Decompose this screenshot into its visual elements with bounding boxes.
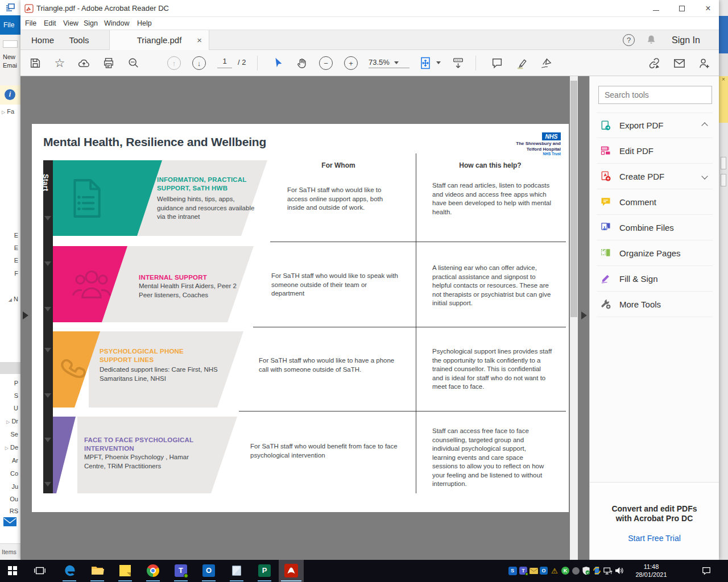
sign-in-button[interactable]: Sign In — [672, 30, 700, 50]
send-email-icon[interactable] — [672, 56, 686, 70]
tray-network-icon[interactable] — [603, 566, 613, 575]
print-icon[interactable] — [102, 56, 115, 70]
outlook-selected-folder[interactable] — [0, 362, 20, 374]
tray-security-shield-icon[interactable]: S — [508, 566, 517, 575]
panel-tool-create-pdf[interactable]: Create PDF — [597, 164, 713, 189]
menu-file[interactable]: File — [25, 17, 36, 30]
outlook-folder-fragment[interactable]: E — [5, 257, 18, 264]
start-button[interactable] — [6, 564, 19, 577]
chevron-down-icon[interactable] — [436, 61, 441, 64]
search-tools-input[interactable] — [598, 86, 712, 104]
cloud-upload-icon[interactable] — [77, 56, 90, 70]
save-icon[interactable] — [28, 56, 42, 70]
comment-icon[interactable] — [490, 56, 504, 70]
maximize-button[interactable] — [669, 0, 695, 17]
outlook-folder-item[interactable]: U — [2, 405, 18, 411]
expand-nav-pane-icon[interactable] — [23, 311, 28, 319]
outlook-file-tab[interactable]: File — [0, 15, 20, 35]
fit-page-icon[interactable] — [419, 56, 432, 70]
outlook-favorites[interactable]: ▷ Fa — [2, 108, 14, 115]
collapse-triangle-icon[interactable]: ◢ — [9, 297, 12, 302]
panel-tool-export-pdf[interactable]: Export PDF — [597, 113, 713, 138]
outlook-folder-item[interactable]: ▷ Dr — [2, 418, 18, 425]
outlook-new-email-button[interactable]: New Emai — [3, 53, 20, 70]
outlook-folder-item[interactable]: Co — [2, 470, 18, 477]
outlook-folder-item[interactable]: ▷ De — [2, 444, 18, 451]
panel-tool-comment[interactable]: Comment — [597, 189, 713, 215]
menu-sign[interactable]: Sign — [84, 17, 98, 30]
taskbar-edge[interactable] — [63, 564, 76, 577]
tray-background-app-icon[interactable] — [571, 566, 580, 575]
taskbar-acrobat[interactable] — [284, 564, 298, 577]
tray-mail-icon[interactable] — [529, 566, 538, 575]
add-person-icon[interactable] — [697, 56, 711, 70]
highlight-icon[interactable] — [515, 56, 528, 70]
outlook-ribbon-button[interactable] — [3, 40, 18, 48]
taskbar-file-explorer[interactable] — [90, 564, 104, 577]
task-view-button[interactable] — [33, 564, 47, 577]
tab-close-icon[interactable]: × — [197, 30, 202, 50]
vertical-scroll-thumb[interactable] — [570, 81, 577, 317]
outlook-folder-item[interactable]: Ou — [2, 496, 18, 502]
expand-triangle-icon[interactable]: ▷ — [6, 419, 10, 425]
panel-tool-more-tools[interactable]: More Tools — [597, 292, 713, 317]
start-free-trial-link[interactable]: Start Free Trial — [628, 534, 681, 543]
tray-warning-icon[interactable]: ⚠ — [550, 566, 559, 575]
tab-tools[interactable]: Tools — [64, 30, 94, 50]
taskbar-chrome[interactable] — [146, 564, 160, 577]
help-icon[interactable]: ? — [623, 34, 635, 46]
tab-document[interactable]: Triangle.pdf × — [109, 30, 209, 50]
expand-triangle-icon[interactable]: ▷ — [2, 110, 5, 115]
taskbar-publisher[interactable]: P — [258, 564, 271, 577]
search-icon[interactable] — [127, 56, 140, 70]
hand-pan-icon[interactable] — [295, 56, 309, 70]
taskbar-sticky-notes[interactable] — [118, 564, 132, 577]
panel-tool-organize-pages[interactable]: Organize Pages — [597, 240, 713, 266]
zoom-level-dropdown[interactable]: 73.5% — [369, 57, 410, 68]
menu-view[interactable]: View — [63, 17, 78, 30]
sign-pen-icon[interactable] — [539, 56, 553, 70]
select-cursor-icon[interactable] — [271, 56, 285, 70]
tray-kaspersky-icon[interactable]: K — [561, 566, 570, 575]
zoom-in-icon[interactable]: + — [344, 56, 358, 70]
menu-window[interactable]: Window — [104, 17, 129, 30]
minimize-button[interactable] — [643, 0, 669, 17]
panel-tool-edit-pdf[interactable]: Edit PDF — [597, 138, 713, 164]
taskbar-teams[interactable]: T — [174, 564, 188, 577]
outlook-folder-fragment[interactable]: E — [5, 232, 18, 239]
tray-teams-icon[interactable]: T — [519, 566, 528, 575]
star-favorite-icon[interactable]: ☆ — [53, 56, 67, 70]
taskbar-clock[interactable]: 11:48 28/01/2021 — [623, 563, 680, 579]
outlook-folder-fragment[interactable]: E — [5, 244, 18, 251]
action-center-icon[interactable] — [702, 566, 711, 575]
outlook-folder-fragment[interactable]: ◢ N — [5, 296, 18, 302]
close-button[interactable]: × — [695, 0, 721, 17]
tray-outlook-icon[interactable]: O — [539, 566, 548, 575]
expand-triangle-icon[interactable]: ▷ — [5, 446, 9, 451]
panel-tool-fill-sign[interactable]: Fill & Sign — [597, 266, 713, 292]
taskbar-outlook[interactable]: O — [202, 564, 216, 577]
outlook-folder-item[interactable]: Ju — [2, 483, 18, 490]
outlook-folder-item[interactable]: Ar — [2, 457, 18, 464]
next-page-icon[interactable]: ↓ — [192, 56, 206, 70]
scrolling-mode-icon[interactable] — [451, 56, 465, 70]
outlook-folder-item[interactable]: RS — [2, 508, 18, 514]
outlook-folder-fragment[interactable]: F — [5, 270, 18, 277]
panel-tool-combine-files[interactable]: Combine Files — [597, 215, 713, 240]
share-link-icon[interactable] — [647, 56, 661, 70]
outlook-folder-item[interactable]: P — [2, 380, 18, 386]
outlook-folder-item[interactable]: S — [2, 392, 18, 399]
outlook-folder-item[interactable]: Se — [2, 431, 18, 438]
collapse-panel-icon[interactable] — [581, 311, 587, 319]
tab-home[interactable]: Home — [28, 30, 57, 50]
page-number-input[interactable]: 1 — [217, 57, 232, 68]
chevron-up-icon[interactable] — [701, 122, 708, 128]
tray-windows-security-icon[interactable] — [581, 566, 590, 575]
tray-sync-icon[interactable] — [592, 566, 601, 575]
taskbar-notepad[interactable] — [230, 564, 243, 577]
menu-edit[interactable]: Edit — [44, 17, 56, 30]
notifications-bell-icon[interactable] — [646, 34, 657, 48]
chevron-down-icon[interactable] — [701, 173, 708, 179]
menu-help[interactable]: Help — [137, 17, 152, 30]
vertical-scrollbar[interactable] — [570, 76, 578, 560]
